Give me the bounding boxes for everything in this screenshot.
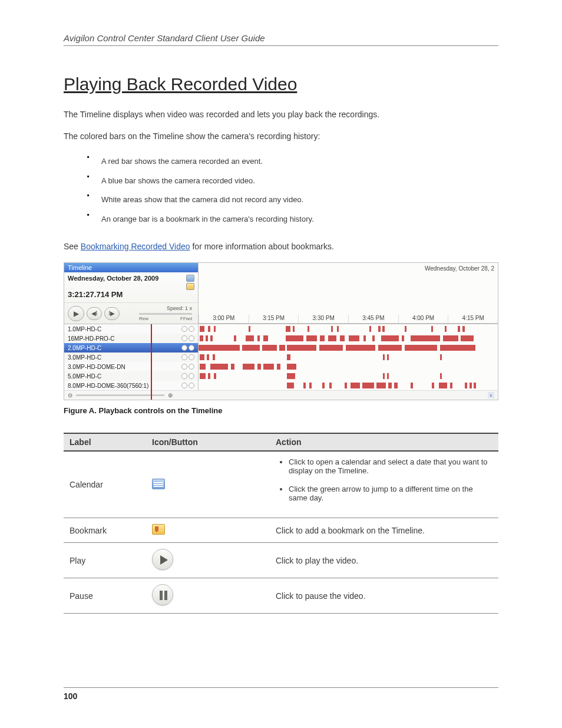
controls-table: Label Icon/Button Action Calendar Click …	[64, 433, 498, 614]
page-number: 100	[64, 691, 77, 701]
tick: 4:00 PM	[398, 315, 448, 323]
camera-label: 3.0MP-HD-DOME-DN	[68, 364, 125, 370]
list-item: An orange bar is a bookmark in the camer…	[87, 210, 498, 229]
step-forward-button[interactable]: I▶	[104, 307, 120, 320]
play-button[interactable]: ▶	[68, 306, 84, 321]
tick: 3:15 PM	[249, 315, 299, 323]
page-title: Playing Back Recorded Video	[64, 74, 498, 94]
camera-row[interactable]: 8.0MP-HD-DOME-360(7560:1)	[64, 381, 498, 390]
action-text: Click the green arrow to jump to a diffe…	[289, 485, 492, 502]
color-legend-list: A red bar shows the camera recorded an e…	[87, 152, 498, 229]
tick: 3:00 PM	[199, 315, 249, 323]
timeline-date: Wednesday, October 28, 2009	[68, 275, 158, 282]
colors-intro: The colored bars on the Timeline show th…	[64, 130, 498, 143]
ruler-date: Wednesday, October 28, 2	[425, 265, 494, 272]
camera-row[interactable]: 2.0MP-HD-C	[64, 343, 498, 353]
timeline-title: Timeline	[64, 263, 198, 272]
action-text: Click to add a bookmark on the Timeline.	[270, 518, 498, 543]
track[interactable]	[199, 353, 498, 362]
action-text: Click to open a calendar and select a da…	[289, 457, 492, 475]
pause-icon	[152, 584, 173, 605]
timeline-figure: Timeline Wednesday, October 28, 2009 3:2…	[64, 262, 498, 415]
ffwd-label: FFwd	[180, 316, 192, 321]
camera-label: 5.0MP-HD-C	[68, 373, 101, 380]
camera-label: 16MP-HD-PRO-C	[68, 335, 114, 342]
tick: 3:45 PM	[348, 315, 398, 323]
th-action: Action	[270, 433, 498, 451]
intro-text: The Timeline displays when video was rec…	[64, 108, 498, 121]
track[interactable]	[199, 334, 498, 343]
figure-caption: Figure A. Playback controls on the Timel…	[64, 406, 498, 415]
bookmark-icon[interactable]	[186, 283, 194, 290]
tick: 3:30 PM	[298, 315, 348, 323]
running-header: Avigilon Control Center Standard Client …	[64, 33, 498, 46]
note-suffix: for more information about bookmarks.	[192, 242, 333, 251]
scroll-left-icon[interactable]: ‹	[488, 392, 494, 398]
list-item: A red bar shows the camera recorded an e…	[87, 152, 498, 172]
track[interactable]	[199, 381, 498, 390]
track[interactable]	[199, 343, 498, 353]
camera-label: 8.0MP-HD-DOME-360(7560:1)	[68, 383, 148, 389]
note-prefix: See	[64, 242, 81, 251]
speed-label: Speed: 1 x	[139, 305, 192, 311]
camera-row[interactable]: 3.0MP-HD-C	[64, 353, 498, 362]
camera-row[interactable]: 16MP-HD-PRO-C	[64, 334, 498, 343]
zoom-in-icon[interactable]: ⊕	[168, 392, 173, 398]
action-text: Click to play the video.	[270, 543, 498, 578]
bookmark-note: See Bookmarking Recorded Video for more …	[64, 241, 498, 253]
calendar-icon[interactable]	[186, 275, 194, 282]
table-row: Pause Click to pause the video.	[64, 578, 498, 614]
th-icon: Icon/Button	[146, 433, 270, 451]
zoom-out-icon[interactable]: ⊖	[68, 392, 72, 398]
camera-row[interactable]: 3.0MP-HD-DOME-DN	[64, 362, 498, 371]
row-label: Play	[64, 543, 146, 578]
bookmark-link[interactable]: Bookmarking Recorded Video	[81, 242, 190, 251]
camera-row[interactable]: 1.0MP-HD-C	[64, 324, 498, 334]
row-label: Bookmark	[64, 518, 146, 543]
action-text: Click to pause the video.	[270, 578, 498, 614]
list-item: A blue bar shows the camera recorded vid…	[87, 172, 498, 191]
step-back-button[interactable]: ◀I	[87, 307, 102, 320]
rew-label: Rew	[139, 316, 148, 321]
camera-label: 3.0MP-HD-C	[68, 354, 101, 361]
calendar-icon	[152, 479, 165, 489]
camera-label: 2.0MP-HD-C	[68, 345, 101, 351]
row-label: Pause	[64, 578, 146, 614]
tick: 4:15 PM	[448, 315, 498, 323]
table-row: Play Click to play the video.	[64, 543, 498, 578]
speed-control[interactable]: Speed: 1 x RewFFwd	[139, 305, 194, 321]
track[interactable]	[199, 324, 498, 334]
camera-row[interactable]: 5.0MP-HD-C	[64, 371, 498, 381]
playhead[interactable]	[151, 324, 152, 400]
timeline-time: 3:21:27.714 PM	[64, 290, 198, 302]
track[interactable]	[199, 371, 498, 381]
track[interactable]	[199, 362, 498, 371]
timeline-panel: Timeline Wednesday, October 28, 2009 3:2…	[64, 262, 498, 400]
camera-label: 1.0MP-HD-C	[68, 326, 101, 332]
table-row: Bookmark Click to add a bookmark on the …	[64, 518, 498, 543]
row-label: Calendar	[64, 451, 146, 518]
th-label: Label	[64, 433, 146, 451]
play-icon	[152, 549, 173, 570]
bookmark-icon	[152, 524, 165, 535]
list-item: White areas show that the camera did not…	[87, 190, 498, 210]
page-footer: 100	[64, 687, 498, 701]
table-row: Calendar Click to open a calendar and se…	[64, 451, 498, 518]
timeline-rows: 1.0MP-HD-C 16MP-HD-PRO-C	[64, 324, 498, 400]
time-ruler[interactable]: 3:00 PM 3:15 PM 3:30 PM 3:45 PM 4:00 PM …	[199, 302, 498, 323]
